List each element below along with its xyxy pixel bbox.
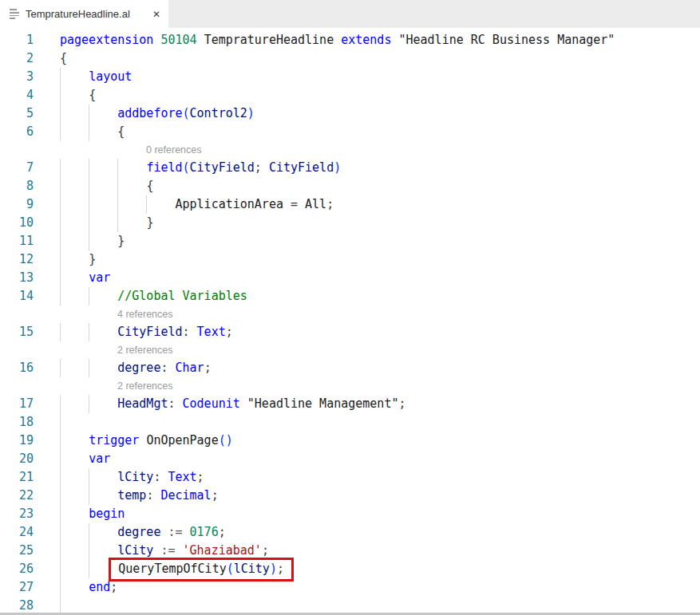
indent-guide xyxy=(60,250,61,269)
code-text[interactable]: begin xyxy=(60,505,125,523)
codelens-references[interactable]: 0 references xyxy=(0,141,700,159)
code-text[interactable]: trigger OnOpenPage() xyxy=(60,432,233,450)
line-number: 23 xyxy=(0,505,34,523)
code-text[interactable]: { xyxy=(60,49,67,68)
code-text[interactable]: lCity: Text; xyxy=(60,468,204,487)
indent-guide xyxy=(117,177,118,195)
indent-guide xyxy=(89,159,89,177)
code-text[interactable]: } xyxy=(60,250,96,269)
indent-guide xyxy=(60,323,61,341)
codelens-references[interactable]: 4 references xyxy=(0,306,700,323)
code-line: 5 addbefore(Control2) xyxy=(0,104,700,123)
code-line: 16 degree: Char; xyxy=(0,359,700,377)
line-number: 6 xyxy=(0,123,34,141)
indent-guide xyxy=(89,195,89,214)
code-line: 4 { xyxy=(0,86,700,104)
indent-guide xyxy=(60,195,61,214)
tab-active-file[interactable]: TempratureHeadline.al ✕ xyxy=(0,0,168,28)
line-number: 3 xyxy=(0,68,34,86)
editor: 1pageextension 50104 TempratureHeadline … xyxy=(0,28,700,615)
code-line: 2{ xyxy=(0,49,700,68)
line-number: 7 xyxy=(0,159,34,177)
code-text[interactable]: var xyxy=(60,450,110,468)
code-text[interactable]: pageextension 50104 TempratureHeadline e… xyxy=(60,31,615,49)
code-line: 17 HeadMgt: Codeunit "Headline Managemen… xyxy=(0,395,700,413)
indent-guide xyxy=(89,232,89,250)
line-number: 13 xyxy=(0,269,34,287)
code-text[interactable]: } xyxy=(60,232,125,250)
indent-guide xyxy=(60,123,61,141)
code-text[interactable]: addbefore(Control2) xyxy=(60,104,255,123)
line-number: 26 xyxy=(0,560,34,578)
indent-guide xyxy=(89,323,89,341)
code-text[interactable]: ApplicationArea = All; xyxy=(60,195,334,214)
indent-guide xyxy=(60,68,61,86)
indent-guide xyxy=(89,487,89,505)
code-line: 12 } xyxy=(0,250,700,269)
code-line: 15 CityField: Text; xyxy=(0,323,700,341)
line-number: 1 xyxy=(0,31,34,49)
line-number: 5 xyxy=(0,104,34,123)
indent-guide xyxy=(60,287,61,306)
indent-guide xyxy=(60,523,61,542)
code-line: 20 var xyxy=(0,450,700,468)
close-icon[interactable]: ✕ xyxy=(151,8,162,21)
code-line: 19 trigger OnOpenPage() xyxy=(0,432,700,450)
code-text[interactable]: HeadMgt: Codeunit "Headline Management"; xyxy=(60,395,406,413)
al-file-icon xyxy=(10,9,20,19)
code-text[interactable]: var xyxy=(60,269,110,287)
codelens-references[interactable]: 2 references xyxy=(0,377,700,395)
code-line: 11 } xyxy=(0,232,700,250)
indent-guide xyxy=(60,505,61,523)
indent-guide xyxy=(60,432,61,450)
indent-guide xyxy=(60,450,61,468)
indent-guide xyxy=(89,542,89,560)
indent-guide xyxy=(60,578,61,597)
code-text[interactable]: { xyxy=(60,123,125,141)
code-text[interactable]: field(CityField; CityField) xyxy=(60,159,341,177)
indent-guide xyxy=(60,214,61,232)
code-line: 7 field(CityField; CityField) xyxy=(0,159,700,177)
code-text[interactable]: QueryTempOfCity(lCity); xyxy=(60,560,294,578)
indent-guide xyxy=(89,523,89,542)
code-text[interactable]: } xyxy=(60,214,153,232)
line-number: 9 xyxy=(0,195,34,214)
code-line: 23 begin xyxy=(0,505,700,523)
code-line: 3 layout xyxy=(0,68,700,86)
line-number: 21 xyxy=(0,468,34,487)
indent-guide xyxy=(60,269,61,287)
code-text[interactable]: layout xyxy=(60,68,132,86)
code-text[interactable]: CityField: Text; xyxy=(60,323,233,341)
indent-guide xyxy=(117,159,118,177)
code-text[interactable]: //Global Variables xyxy=(60,287,247,306)
line-number: 19 xyxy=(0,432,34,450)
code-line: 27 end; xyxy=(0,578,700,597)
indent-guide xyxy=(146,195,147,214)
code-line: 1pageextension 50104 TempratureHeadline … xyxy=(0,31,700,49)
code-text[interactable]: degree := 0176; xyxy=(60,523,226,542)
code-text[interactable]: { xyxy=(60,86,96,104)
indent-guide xyxy=(89,104,89,123)
code-text[interactable]: temp: Decimal; xyxy=(60,487,219,505)
indent-guide xyxy=(60,86,61,104)
code-text[interactable]: degree: Char; xyxy=(60,359,212,377)
line-number: 12 xyxy=(0,250,34,269)
indent-guide xyxy=(60,104,61,123)
line-number: 15 xyxy=(0,323,34,341)
line-number: 2 xyxy=(0,49,34,68)
code-line: 25 lCity := 'Ghaziabad'; xyxy=(0,542,700,560)
indent-guide xyxy=(89,468,89,487)
codelens-references[interactable]: 2 references xyxy=(0,341,700,359)
indent-guide xyxy=(89,359,89,377)
indent-guide xyxy=(60,232,61,250)
line-number: 11 xyxy=(0,232,34,250)
tab-bar-empty-area xyxy=(168,0,700,28)
indent-guide xyxy=(89,214,89,232)
code-text[interactable]: { xyxy=(60,177,153,195)
indent-guide xyxy=(117,195,118,214)
indent-guide xyxy=(60,413,61,432)
line-number: 25 xyxy=(0,542,34,560)
line-number: 4 xyxy=(0,86,34,104)
code-line: 9 ApplicationArea = All; xyxy=(0,195,700,214)
line-number: 27 xyxy=(0,578,34,597)
